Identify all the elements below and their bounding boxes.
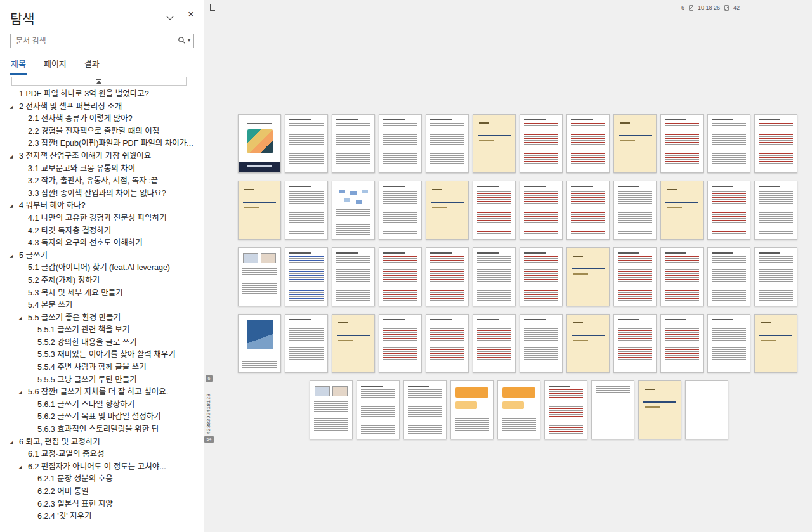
page-thumbnail[interactable]	[613, 114, 657, 173]
page-thumbnail[interactable]	[544, 380, 587, 439]
page-thumbnail[interactable]	[450, 380, 494, 439]
page-thumbnail[interactable]	[426, 247, 469, 306]
page-thumbnail[interactable]	[285, 314, 328, 373]
outline-item[interactable]: 3.3 잠깐! 종이책 산업과의 차이는 없나요?	[0, 188, 204, 200]
search-icons[interactable]: ▾	[178, 36, 190, 44]
collapse-triangle-icon[interactable]: ◢	[18, 315, 22, 321]
jump-to-top-button[interactable]	[11, 77, 187, 86]
outline-item[interactable]: 6.2.4 '것' 지우기	[0, 510, 204, 523]
outline-item[interactable]: 5.5.2 강의한 내용을 글로 쓰기	[0, 337, 204, 349]
outline-item[interactable]: 5.5.3 재미있는 이야기를 찾아 활력 채우기	[0, 349, 204, 361]
page-thumbnail[interactable]	[379, 181, 422, 240]
outline-item[interactable]: ◢5.6 잠깐! 글쓰기 자체를 더 잘 하고 싶어요.	[0, 386, 204, 399]
outline-item[interactable]: 5.3 목차 및 세부 개요 만들기	[0, 287, 204, 300]
page-thumbnail[interactable]	[754, 247, 797, 306]
page-thumbnail[interactable]	[520, 114, 563, 173]
page-thumbnail[interactable]	[520, 181, 563, 240]
page-thumbnail[interactable]	[473, 247, 516, 306]
page-thumbnail[interactable]	[591, 380, 634, 439]
page-thumbnail[interactable]	[566, 114, 610, 173]
page-thumbnail[interactable]	[379, 247, 422, 306]
outline-item[interactable]: ◢4 뭐부터 해야 하나?	[0, 200, 204, 212]
outline-item[interactable]: 4.1 나만의 고유한 경험과 전문성 파악하기	[0, 212, 204, 225]
page-thumbnail[interactable]	[497, 380, 540, 439]
page-thumbnail[interactable]	[660, 247, 704, 306]
page-thumbnail[interactable]	[332, 114, 375, 173]
outline-item[interactable]: ◢2 전자책 및 셀프 퍼블리싱 소개	[0, 101, 204, 114]
page-thumbnail[interactable]	[707, 181, 750, 240]
outline-item[interactable]: 5.5.4 주변 사람과 함께 글을 쓰기	[0, 361, 204, 374]
page-thumbnail[interactable]	[566, 314, 610, 373]
page-thumbnail[interactable]	[754, 181, 797, 240]
page-thumbnail[interactable]	[566, 181, 610, 240]
outline-item[interactable]: 2.1 전자책 종류가 이렇게 많아?	[0, 113, 204, 126]
page-thumbnail[interactable]	[613, 247, 657, 306]
page-thumbnail[interactable]	[310, 380, 353, 439]
page-thumbnail[interactable]	[707, 247, 750, 306]
outline-item[interactable]: 1 PDF 파일 하나로 3억 원을 벌었다고?	[0, 88, 204, 101]
page-thumbnail[interactable]	[379, 114, 422, 173]
page-thumbnail[interactable]	[238, 247, 281, 306]
page-thumbnail[interactable]	[520, 247, 563, 306]
page-thumbnail[interactable]	[332, 314, 375, 373]
page-thumbnail[interactable]	[285, 114, 328, 173]
page-thumbnail[interactable]	[754, 114, 797, 173]
page-thumbnail[interactable]	[473, 181, 516, 240]
page-thumbnail[interactable]	[520, 314, 563, 373]
search-icon[interactable]	[178, 36, 186, 44]
outline-item[interactable]: 5.6.3 효과적인 스토리텔링을 위한 팁	[0, 424, 204, 436]
outline-item[interactable]: 5.2 주제(가제) 정하기	[0, 275, 204, 287]
outline-item[interactable]: 5.1 글감(아이디어) 찾기 (feat.AI leverage)	[0, 262, 204, 275]
outline-item[interactable]: ◢3 전자책 산업구조 이해가 가장 쉬웠어요	[0, 150, 204, 163]
page-thumbnail[interactable]	[613, 314, 657, 373]
page-thumbnail[interactable]	[332, 181, 375, 240]
page-thumbnail[interactable]	[379, 314, 422, 373]
outline-item[interactable]: 4.2 타깃 독자층 결정하기	[0, 225, 204, 238]
search-dropdown-arrow-icon[interactable]: ▾	[188, 37, 190, 43]
outline-item[interactable]: 3.1 교보문고와 크몽 유통의 차이	[0, 163, 204, 176]
collapse-triangle-icon[interactable]: ◢	[10, 439, 13, 445]
page-thumbnail[interactable]	[660, 181, 704, 240]
collapse-triangle-icon[interactable]: ◢	[10, 253, 13, 259]
outline-item[interactable]: 2.3 잠깐! Epub(이펍)파일과 PDF 파일의 차이가...	[0, 138, 204, 150]
outline-item[interactable]: 3.2 작가, 출판사, 유통사, 서점, 독자 :끝	[0, 175, 204, 188]
outline-item[interactable]: 6.2.3 일본식 표현 지양	[0, 498, 204, 511]
outline-item[interactable]: 5.5.5 그냥 글쓰기 루틴 만들기	[0, 374, 204, 387]
outline-item[interactable]: 2.2 경험을 전자책으로 출판할 때의 이점	[0, 126, 204, 138]
collapse-triangle-icon[interactable]: ◢	[18, 389, 22, 395]
outline-item[interactable]: 4.3 독자의 요구와 선호도 이해하기	[0, 237, 204, 250]
collapse-triangle-icon[interactable]: ◢	[10, 104, 13, 110]
outline-item[interactable]: ◢6 퇴고, 편집 및 교정하기	[0, 436, 204, 449]
page-thumbnail[interactable]	[332, 247, 375, 306]
outline-item[interactable]: 5.4 본문 쓰기	[0, 299, 204, 312]
outline-item[interactable]: 5.5.1 글쓰기 관련 책을 보기	[0, 324, 204, 337]
close-icon[interactable]: ×	[185, 8, 197, 21]
page-thumbnail[interactable]	[473, 314, 516, 373]
chevron-down-icon[interactable]	[164, 11, 177, 24]
page-thumbnail[interactable]	[685, 380, 728, 439]
page-thumbnail[interactable]	[403, 380, 447, 439]
collapse-triangle-icon[interactable]: ◢	[10, 153, 13, 159]
page-thumbnail[interactable]	[473, 114, 516, 173]
page-thumbnail[interactable]	[638, 380, 681, 439]
page-thumbnail[interactable]	[426, 181, 469, 240]
outline-item[interactable]: 5.6.1 글쓰기 스타일 향상하기	[0, 399, 204, 412]
page-thumbnail[interactable]	[660, 114, 704, 173]
page-thumbnail[interactable]	[707, 114, 750, 173]
page-thumbnail[interactable]	[357, 380, 400, 439]
outline-item[interactable]: 6.1 교정·교열의 중요성	[0, 448, 204, 461]
outline-item[interactable]: 5.6.2 글쓰기 목표 및 마감일 설정하기	[0, 411, 204, 424]
collapse-triangle-icon[interactable]: ◢	[10, 203, 13, 209]
page-thumbnail[interactable]	[238, 314, 281, 373]
outline-item[interactable]: ◢5.5 글쓰기 좋은 환경 만들기	[0, 312, 204, 325]
page-thumbnail[interactable]	[707, 314, 750, 373]
page-thumbnail[interactable]	[613, 181, 657, 240]
outline-item[interactable]: ◢5 글쓰기	[0, 250, 204, 263]
outline-item[interactable]: 6.2.2 어미 통일	[0, 486, 204, 498]
page-thumbnail[interactable]	[238, 181, 281, 240]
page-thumbnail[interactable]	[754, 314, 797, 373]
page-thumbnail[interactable]	[238, 114, 281, 173]
collapse-triangle-icon[interactable]: ◢	[18, 464, 22, 470]
page-thumbnail[interactable]	[426, 114, 469, 173]
outline-item[interactable]: 6.2.1 문장 성분의 호응	[0, 473, 204, 486]
